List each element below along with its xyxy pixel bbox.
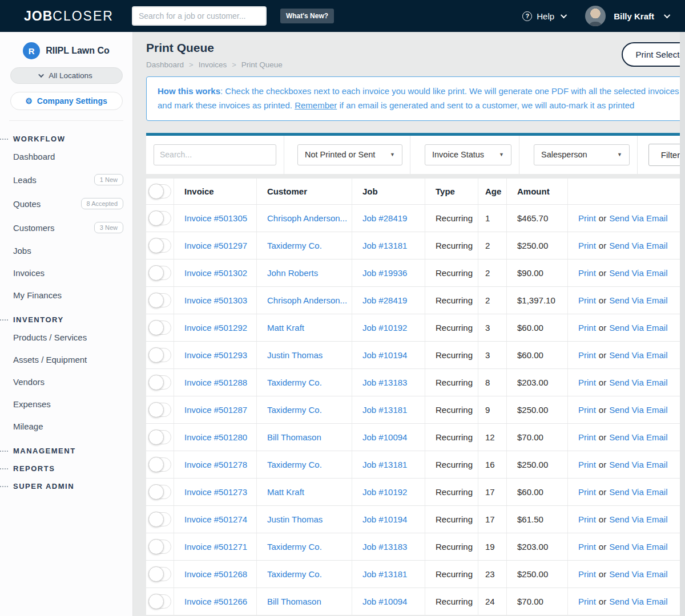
sidebar-item-quotes[interactable]: Quotes 8 Accepted: [0, 192, 132, 216]
send-email-link[interactable]: Send Via Email: [609, 542, 667, 552]
send-email-link[interactable]: Send Via Email: [609, 405, 667, 415]
send-email-link[interactable]: Send Via Email: [609, 487, 667, 497]
print-link[interactable]: Print: [578, 323, 596, 333]
invoice-link[interactable]: Invoice #501268: [184, 569, 247, 579]
customer-link[interactable]: John Roberts: [267, 268, 318, 278]
row-select-toggle[interactable]: [148, 238, 171, 253]
invoice-link[interactable]: Invoice #501305: [184, 213, 247, 223]
invoice-status-dropdown[interactable]: Invoice Status ▼: [425, 144, 511, 165]
customer-link[interactable]: Justin Thomas: [267, 350, 323, 360]
job-link[interactable]: Job #10094: [362, 597, 407, 606]
select-all-toggle[interactable]: [148, 184, 171, 198]
row-select-toggle[interactable]: [148, 512, 171, 526]
invoice-link[interactable]: Invoice #501278: [184, 460, 247, 469]
job-link[interactable]: Job #13181: [362, 569, 407, 579]
salesperson-dropdown[interactable]: Salesperson ▼: [534, 144, 630, 165]
send-email-link[interactable]: Send Via Email: [609, 350, 667, 360]
invoice-link[interactable]: Invoice #501292: [184, 323, 247, 333]
invoice-link[interactable]: Invoice #501273: [184, 487, 247, 497]
printed-status-dropdown[interactable]: Not Printed or Sent ▼: [297, 144, 402, 165]
print-link[interactable]: Print: [578, 487, 596, 497]
invoice-link[interactable]: Invoice #501274: [184, 514, 247, 524]
customer-link[interactable]: Taxidermy Co.: [267, 460, 322, 469]
print-link[interactable]: Print: [578, 268, 596, 278]
job-link[interactable]: Job #10192: [362, 323, 407, 333]
print-link[interactable]: Print: [578, 213, 596, 223]
send-email-link[interactable]: Send Via Email: [609, 597, 667, 606]
customer-link[interactable]: Taxidermy Co.: [267, 241, 322, 250]
row-select-toggle[interactable]: [148, 485, 171, 499]
job-link[interactable]: Job #13183: [362, 542, 407, 552]
customer-link[interactable]: Justin Thomas: [267, 514, 323, 524]
row-select-toggle[interactable]: [148, 540, 171, 554]
send-email-link[interactable]: Send Via Email: [609, 268, 667, 278]
send-email-link[interactable]: Send Via Email: [609, 378, 667, 387]
send-email-link[interactable]: Send Via Email: [609, 432, 667, 442]
print-link[interactable]: Print: [578, 514, 596, 524]
sidebar-item-invoices[interactable]: Invoices: [0, 262, 132, 284]
row-select-toggle[interactable]: [148, 348, 171, 362]
print-link[interactable]: Print: [578, 241, 596, 250]
breadcrumb-dashboard[interactable]: Dashboard: [146, 60, 184, 69]
print-link[interactable]: Print: [578, 460, 596, 469]
user-avatar[interactable]: [585, 6, 606, 26]
print-link[interactable]: Print: [578, 597, 596, 606]
job-link[interactable]: Job #13181: [362, 460, 407, 469]
invoice-link[interactable]: Invoice #501288: [184, 378, 247, 387]
sidebar-item-dashboard[interactable]: Dashboard: [0, 145, 132, 168]
customer-link[interactable]: Matt Kraft: [267, 323, 304, 333]
sidebar-item-assets-equipment[interactable]: Assets / Equipment: [0, 348, 132, 371]
job-link[interactable]: Job #10194: [362, 350, 407, 360]
company-settings-button[interactable]: ⚙ Company Settings: [10, 92, 123, 110]
row-select-toggle[interactable]: [148, 375, 171, 390]
print-link[interactable]: Print: [578, 295, 596, 305]
customer-link[interactable]: Bill Thomason: [267, 432, 321, 442]
help-menu[interactable]: ? Help: [522, 11, 567, 21]
customer-link[interactable]: Matt Kraft: [267, 487, 304, 497]
send-email-link[interactable]: Send Via Email: [609, 213, 667, 223]
sidebar-item-my-finances[interactable]: My Finances: [0, 284, 132, 306]
print-link[interactable]: Print: [578, 405, 596, 415]
row-select-toggle[interactable]: [148, 321, 171, 335]
all-locations-dropdown[interactable]: All Locations: [10, 67, 123, 84]
sidebar-item-vendors[interactable]: Vendors: [0, 371, 132, 393]
page-scrollbar[interactable]: [680, 32, 685, 616]
sidebar-item-mileage[interactable]: Mileage: [0, 415, 132, 437]
print-link[interactable]: Print: [578, 542, 596, 552]
row-select-toggle[interactable]: [148, 567, 171, 581]
section-label[interactable]: REPORTS: [13, 464, 55, 473]
job-link[interactable]: Job #13181: [362, 241, 407, 250]
sidebar-item-products-services[interactable]: Products / Services: [0, 326, 132, 348]
print-link[interactable]: Print: [578, 432, 596, 442]
row-select-toggle[interactable]: [148, 594, 171, 609]
print-link[interactable]: Print: [578, 378, 596, 387]
job-link[interactable]: Job #19936: [362, 268, 407, 278]
send-email-link[interactable]: Send Via Email: [609, 514, 667, 524]
invoice-link[interactable]: Invoice #501302: [184, 268, 247, 278]
row-select-toggle[interactable]: [148, 211, 171, 225]
send-email-link[interactable]: Send Via Email: [609, 569, 667, 579]
row-select-toggle[interactable]: [148, 266, 171, 280]
breadcrumb-invoices[interactable]: Invoices: [199, 60, 227, 69]
invoice-link[interactable]: Invoice #501297: [184, 241, 247, 250]
sidebar-item-jobs[interactable]: Jobs: [0, 240, 132, 262]
customer-link[interactable]: Taxidermy Co.: [267, 378, 322, 387]
job-link[interactable]: Job #28419: [362, 295, 407, 305]
customer-link[interactable]: Chrisoph Anderson...: [267, 213, 347, 223]
customer-link[interactable]: Taxidermy Co.: [267, 569, 322, 579]
customer-link[interactable]: Taxidermy Co.: [267, 405, 322, 415]
customer-link[interactable]: Bill Thomason: [267, 597, 321, 606]
job-link[interactable]: Job #13181: [362, 405, 407, 415]
row-select-toggle[interactable]: [148, 430, 171, 444]
send-email-link[interactable]: Send Via Email: [609, 323, 667, 333]
sidebar-item-leads[interactable]: Leads 1 New: [0, 168, 132, 192]
section-label[interactable]: WORKFLOW: [13, 135, 65, 143]
row-select-toggle[interactable]: [148, 293, 171, 307]
global-search-input[interactable]: [132, 6, 267, 26]
whats-new-button[interactable]: What's New?: [280, 9, 334, 23]
print-link[interactable]: Print: [578, 569, 596, 579]
customer-link[interactable]: Chrisoph Anderson...: [267, 295, 347, 305]
print-link[interactable]: Print: [578, 350, 596, 360]
invoice-link[interactable]: Invoice #501280: [184, 432, 247, 442]
section-label[interactable]: SUPER ADMIN: [13, 482, 74, 491]
